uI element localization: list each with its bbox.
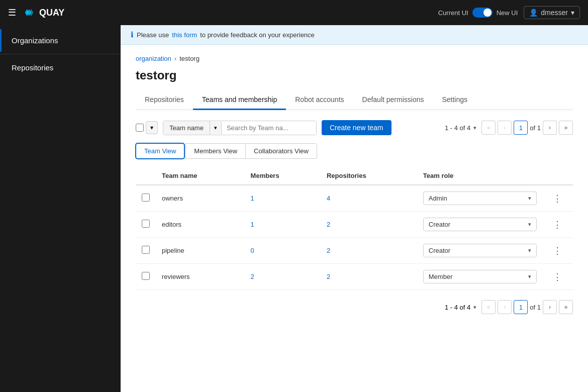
filter-dropdown: Team name ▾ [163,121,317,135]
breadcrumb: organization › testorg [136,55,573,62]
row-checkbox-pipeline[interactable] [142,246,150,254]
team-view-button[interactable]: Team View [136,143,184,159]
role-dropdown-editors[interactable]: Creator ▾ [423,218,537,231]
row-checkbox-editors[interactable] [142,220,150,228]
kebab-menu-button-owners[interactable]: ⋮ [549,192,566,205]
pagination-first-button[interactable]: « [481,121,496,135]
collaborators-view-button[interactable]: Collaborators View [245,143,317,159]
main-layout: Organizations Repositories ℹ Please use … [0,25,588,392]
row-checkbox-cell [136,264,156,290]
bottom-pagination-next-button[interactable]: › [543,300,557,314]
hamburger-menu-icon[interactable]: ☰ [8,7,16,18]
tab-bar: Repositories Teams and membership Robot … [136,90,573,110]
row-members-owners: 1 [245,185,321,212]
sidebar-divider [0,54,121,54]
sidebar-organizations-label: Organizations [12,36,58,45]
row-repositories-editors: 2 [321,212,417,238]
role-dropdown-owners[interactable]: Admin ▾ [423,191,537,205]
tab-settings[interactable]: Settings [433,90,476,110]
create-new-team-button[interactable]: Create new team [322,120,391,135]
username-label: dmesser [541,9,568,17]
pagination-current-page: 1 [514,121,528,135]
breadcrumb-org-link[interactable]: organization [136,55,171,62]
kebab-menu-button-pipeline[interactable]: ⋮ [549,244,566,257]
banner-link[interactable]: this form [172,31,197,39]
tab-default-permissions[interactable]: Default permissions [353,90,433,110]
role-dropdown-pipeline[interactable]: Creator ▾ [423,244,537,257]
bottom-pagination-current-page: 1 [514,300,528,314]
row-role-pipeline: Creator ▾ [417,238,543,264]
page-title: testorg [136,68,573,82]
kebab-menu-button-reviewers[interactable]: ⋮ [549,270,566,283]
tab-teams[interactable]: Teams and membership [193,90,286,110]
row-team-name-owners: owners [156,185,245,212]
role-arrow-icon-pipeline: ▾ [528,247,531,254]
search-input[interactable] [222,121,316,135]
row-actions-reviewers: ⋮ [543,264,573,290]
user-menu-chevron-icon: ▾ [571,9,574,17]
top-pagination: 1 - 4 of 4 ▾ « ‹ 1 of 1 › » [445,121,573,135]
sidebar-item-organizations[interactable]: Organizations [0,29,121,52]
info-banner: ℹ Please use this form to provide feedba… [121,25,588,45]
repositories-link-pipeline[interactable]: 2 [327,247,330,254]
bottom-pagination-prev-button[interactable]: ‹ [498,300,512,314]
row-members-reviewers: 2 [245,264,321,290]
bottom-pagination-of-total: of 1 [530,304,541,311]
tab-robot-accounts[interactable]: Robot accounts [286,90,353,110]
members-link-reviewers[interactable]: 2 [251,273,254,280]
banner-text2: to provide feedback on your experience [200,31,315,39]
user-menu[interactable]: 👤 dmesser ▾ [524,6,580,19]
members-link-owners[interactable]: 1 [251,194,254,202]
page-count-text: 1 - 4 of 4 [445,124,470,132]
user-avatar-icon: 👤 [529,9,538,17]
bulk-action-dropdown[interactable]: ▾ [146,121,158,134]
row-members-pipeline: 0 [245,238,321,264]
ui-toggle-switch[interactable] [472,8,493,18]
ui-toggle-group: Current UI New UI [438,8,518,18]
row-team-name-pipeline: pipeline [156,238,245,264]
pagination-prev-button[interactable]: ‹ [498,121,512,135]
col-repositories: Repositories [321,167,417,185]
bottom-pagination-first-button[interactable]: « [481,300,496,314]
col-members: Members [245,167,321,185]
sidebar-item-repositories[interactable]: Repositories [0,56,121,79]
row-actions-owners: ⋮ [543,185,573,212]
row-role-reviewers: Member ▾ [417,264,543,290]
pagination-last-button[interactable]: » [559,121,573,135]
repositories-link-reviewers[interactable]: 2 [327,273,330,280]
role-arrow-icon-owners: ▾ [528,195,531,202]
bottom-page-count: 1 - 4 of 4 ▾ [445,304,476,311]
row-role-editors: Creator ▾ [417,212,543,238]
breadcrumb-current: testorg [179,55,200,62]
sidebar: Organizations Repositories [0,25,121,392]
pagination-next-button[interactable]: › [543,121,557,135]
col-checkbox [136,167,156,185]
breadcrumb-separator: › [174,55,176,62]
tab-repositories[interactable]: Repositories [136,90,193,110]
role-dropdown-reviewers[interactable]: Member ▾ [423,270,537,283]
bottom-pagination: 1 - 4 of 4 ▾ « ‹ 1 of 1 › » [136,290,573,324]
members-view-button[interactable]: Members View [185,143,246,159]
view-toggle: Team View Members View Collaborators Vie… [136,143,573,159]
row-checkbox-cell [136,238,156,264]
bulk-select-checkbox[interactable] [136,124,144,132]
repositories-link-owners[interactable]: 4 [327,194,330,202]
filter-dropdown-arrow[interactable]: ▾ [210,122,222,134]
role-arrow-icon-reviewers: ▾ [528,273,531,280]
app-logo: QUAY [22,8,64,18]
page-count-dropdown[interactable]: ▾ [473,125,476,131]
main-content: ℹ Please use this form to provide feedba… [121,25,588,392]
repositories-link-editors[interactable]: 2 [327,221,330,228]
bottom-page-count-dropdown[interactable]: ▾ [473,304,476,311]
members-link-pipeline[interactable]: 0 [251,247,254,254]
col-team-role: Team role [417,167,543,185]
kebab-menu-button-editors[interactable]: ⋮ [549,218,566,231]
bottom-pagination-last-button[interactable]: » [559,300,573,314]
row-checkbox-owners[interactable] [142,193,150,202]
teams-table: Team name Members Repositories Team role… [136,167,573,290]
role-label-reviewers: Member [429,273,453,280]
role-label-pipeline: Creator [429,247,450,254]
table-header-row: Team name Members Repositories Team role [136,167,573,185]
row-checkbox-reviewers[interactable] [142,272,150,280]
members-link-editors[interactable]: 1 [251,221,254,228]
